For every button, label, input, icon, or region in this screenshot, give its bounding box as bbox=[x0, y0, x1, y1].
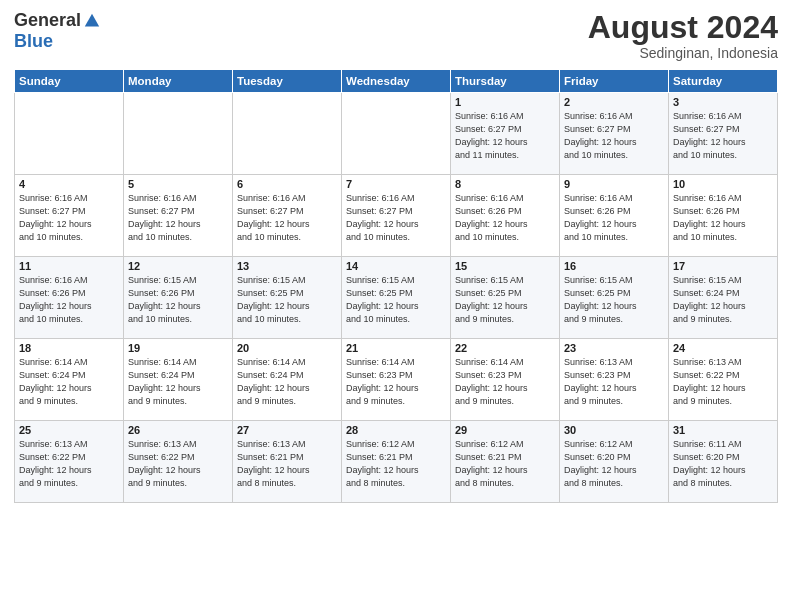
calendar-cell-w2-d4: 7Sunrise: 6:16 AM Sunset: 6:27 PM Daylig… bbox=[342, 175, 451, 257]
day-number: 20 bbox=[237, 342, 337, 354]
col-friday: Friday bbox=[560, 70, 669, 93]
day-number: 13 bbox=[237, 260, 337, 272]
calendar-cell-w4-d6: 23Sunrise: 6:13 AM Sunset: 6:23 PM Dayli… bbox=[560, 339, 669, 421]
day-number: 5 bbox=[128, 178, 228, 190]
day-number: 6 bbox=[237, 178, 337, 190]
calendar-cell-w2-d5: 8Sunrise: 6:16 AM Sunset: 6:26 PM Daylig… bbox=[451, 175, 560, 257]
col-sunday: Sunday bbox=[15, 70, 124, 93]
week-row-2: 4Sunrise: 6:16 AM Sunset: 6:27 PM Daylig… bbox=[15, 175, 778, 257]
day-number: 14 bbox=[346, 260, 446, 272]
day-info: Sunrise: 6:16 AM Sunset: 6:27 PM Dayligh… bbox=[19, 192, 119, 244]
calendar-cell-w2-d6: 9Sunrise: 6:16 AM Sunset: 6:26 PM Daylig… bbox=[560, 175, 669, 257]
col-monday: Monday bbox=[124, 70, 233, 93]
day-info: Sunrise: 6:11 AM Sunset: 6:20 PM Dayligh… bbox=[673, 438, 773, 490]
day-info: Sunrise: 6:12 AM Sunset: 6:21 PM Dayligh… bbox=[455, 438, 555, 490]
day-number: 8 bbox=[455, 178, 555, 190]
calendar-cell-w1-d5: 1Sunrise: 6:16 AM Sunset: 6:27 PM Daylig… bbox=[451, 93, 560, 175]
calendar-cell-w4-d3: 20Sunrise: 6:14 AM Sunset: 6:24 PM Dayli… bbox=[233, 339, 342, 421]
calendar-cell-w3-d2: 12Sunrise: 6:15 AM Sunset: 6:26 PM Dayli… bbox=[124, 257, 233, 339]
location: Sedinginan, Indonesia bbox=[588, 45, 778, 61]
calendar-cell-w5-d2: 26Sunrise: 6:13 AM Sunset: 6:22 PM Dayli… bbox=[124, 421, 233, 503]
day-number: 12 bbox=[128, 260, 228, 272]
logo-general-text: General bbox=[14, 10, 81, 31]
day-number: 9 bbox=[564, 178, 664, 190]
calendar-cell-w1-d3 bbox=[233, 93, 342, 175]
calendar-cell-w4-d4: 21Sunrise: 6:14 AM Sunset: 6:23 PM Dayli… bbox=[342, 339, 451, 421]
day-number: 22 bbox=[455, 342, 555, 354]
day-info: Sunrise: 6:15 AM Sunset: 6:25 PM Dayligh… bbox=[564, 274, 664, 326]
calendar-cell-w3-d4: 14Sunrise: 6:15 AM Sunset: 6:25 PM Dayli… bbox=[342, 257, 451, 339]
day-number: 3 bbox=[673, 96, 773, 108]
calendar-cell-w4-d1: 18Sunrise: 6:14 AM Sunset: 6:24 PM Dayli… bbox=[15, 339, 124, 421]
logo: General Blue bbox=[14, 10, 101, 52]
day-number: 31 bbox=[673, 424, 773, 436]
day-info: Sunrise: 6:12 AM Sunset: 6:20 PM Dayligh… bbox=[564, 438, 664, 490]
day-number: 23 bbox=[564, 342, 664, 354]
day-info: Sunrise: 6:14 AM Sunset: 6:24 PM Dayligh… bbox=[19, 356, 119, 408]
day-number: 10 bbox=[673, 178, 773, 190]
day-info: Sunrise: 6:16 AM Sunset: 6:27 PM Dayligh… bbox=[673, 110, 773, 162]
day-info: Sunrise: 6:15 AM Sunset: 6:25 PM Dayligh… bbox=[455, 274, 555, 326]
day-number: 24 bbox=[673, 342, 773, 354]
day-number: 25 bbox=[19, 424, 119, 436]
day-info: Sunrise: 6:16 AM Sunset: 6:27 PM Dayligh… bbox=[346, 192, 446, 244]
calendar-cell-w1-d2 bbox=[124, 93, 233, 175]
day-number: 30 bbox=[564, 424, 664, 436]
calendar-cell-w5-d7: 31Sunrise: 6:11 AM Sunset: 6:20 PM Dayli… bbox=[669, 421, 778, 503]
week-row-5: 25Sunrise: 6:13 AM Sunset: 6:22 PM Dayli… bbox=[15, 421, 778, 503]
day-info: Sunrise: 6:16 AM Sunset: 6:26 PM Dayligh… bbox=[673, 192, 773, 244]
calendar-cell-w3-d6: 16Sunrise: 6:15 AM Sunset: 6:25 PM Dayli… bbox=[560, 257, 669, 339]
calendar-cell-w3-d5: 15Sunrise: 6:15 AM Sunset: 6:25 PM Dayli… bbox=[451, 257, 560, 339]
day-info: Sunrise: 6:14 AM Sunset: 6:23 PM Dayligh… bbox=[346, 356, 446, 408]
calendar-cell-w1-d4 bbox=[342, 93, 451, 175]
day-info: Sunrise: 6:16 AM Sunset: 6:27 PM Dayligh… bbox=[455, 110, 555, 162]
calendar-cell-w2-d1: 4Sunrise: 6:16 AM Sunset: 6:27 PM Daylig… bbox=[15, 175, 124, 257]
col-saturday: Saturday bbox=[669, 70, 778, 93]
day-info: Sunrise: 6:13 AM Sunset: 6:22 PM Dayligh… bbox=[128, 438, 228, 490]
day-number: 18 bbox=[19, 342, 119, 354]
day-info: Sunrise: 6:16 AM Sunset: 6:26 PM Dayligh… bbox=[455, 192, 555, 244]
calendar-table: Sunday Monday Tuesday Wednesday Thursday… bbox=[14, 69, 778, 503]
col-tuesday: Tuesday bbox=[233, 70, 342, 93]
calendar-cell-w1-d6: 2Sunrise: 6:16 AM Sunset: 6:27 PM Daylig… bbox=[560, 93, 669, 175]
day-number: 15 bbox=[455, 260, 555, 272]
month-year: August 2024 bbox=[588, 10, 778, 45]
calendar-cell-w2-d3: 6Sunrise: 6:16 AM Sunset: 6:27 PM Daylig… bbox=[233, 175, 342, 257]
col-wednesday: Wednesday bbox=[342, 70, 451, 93]
calendar-cell-w4-d5: 22Sunrise: 6:14 AM Sunset: 6:23 PM Dayli… bbox=[451, 339, 560, 421]
calendar-cell-w4-d2: 19Sunrise: 6:14 AM Sunset: 6:24 PM Dayli… bbox=[124, 339, 233, 421]
day-info: Sunrise: 6:16 AM Sunset: 6:27 PM Dayligh… bbox=[237, 192, 337, 244]
logo-blue-text: Blue bbox=[14, 31, 53, 52]
day-number: 26 bbox=[128, 424, 228, 436]
day-info: Sunrise: 6:15 AM Sunset: 6:25 PM Dayligh… bbox=[237, 274, 337, 326]
day-number: 4 bbox=[19, 178, 119, 190]
calendar-cell-w4-d7: 24Sunrise: 6:13 AM Sunset: 6:22 PM Dayli… bbox=[669, 339, 778, 421]
day-info: Sunrise: 6:16 AM Sunset: 6:27 PM Dayligh… bbox=[564, 110, 664, 162]
col-thursday: Thursday bbox=[451, 70, 560, 93]
logo-icon bbox=[83, 12, 101, 30]
calendar-cell-w5-d4: 28Sunrise: 6:12 AM Sunset: 6:21 PM Dayli… bbox=[342, 421, 451, 503]
day-number: 16 bbox=[564, 260, 664, 272]
day-number: 27 bbox=[237, 424, 337, 436]
day-info: Sunrise: 6:16 AM Sunset: 6:26 PM Dayligh… bbox=[564, 192, 664, 244]
day-number: 7 bbox=[346, 178, 446, 190]
calendar-cell-w2-d7: 10Sunrise: 6:16 AM Sunset: 6:26 PM Dayli… bbox=[669, 175, 778, 257]
day-number: 21 bbox=[346, 342, 446, 354]
header: General Blue August 2024 Sedinginan, Ind… bbox=[14, 10, 778, 61]
week-row-3: 11Sunrise: 6:16 AM Sunset: 6:26 PM Dayli… bbox=[15, 257, 778, 339]
calendar-cell-w3-d3: 13Sunrise: 6:15 AM Sunset: 6:25 PM Dayli… bbox=[233, 257, 342, 339]
day-info: Sunrise: 6:16 AM Sunset: 6:27 PM Dayligh… bbox=[128, 192, 228, 244]
day-info: Sunrise: 6:14 AM Sunset: 6:24 PM Dayligh… bbox=[128, 356, 228, 408]
day-info: Sunrise: 6:16 AM Sunset: 6:26 PM Dayligh… bbox=[19, 274, 119, 326]
week-row-1: 1Sunrise: 6:16 AM Sunset: 6:27 PM Daylig… bbox=[15, 93, 778, 175]
day-number: 1 bbox=[455, 96, 555, 108]
calendar-cell-w5-d6: 30Sunrise: 6:12 AM Sunset: 6:20 PM Dayli… bbox=[560, 421, 669, 503]
calendar-cell-w5-d3: 27Sunrise: 6:13 AM Sunset: 6:21 PM Dayli… bbox=[233, 421, 342, 503]
day-number: 11 bbox=[19, 260, 119, 272]
day-info: Sunrise: 6:13 AM Sunset: 6:22 PM Dayligh… bbox=[673, 356, 773, 408]
title-area: August 2024 Sedinginan, Indonesia bbox=[588, 10, 778, 61]
calendar-cell-w2-d2: 5Sunrise: 6:16 AM Sunset: 6:27 PM Daylig… bbox=[124, 175, 233, 257]
day-number: 28 bbox=[346, 424, 446, 436]
day-info: Sunrise: 6:15 AM Sunset: 6:26 PM Dayligh… bbox=[128, 274, 228, 326]
day-number: 29 bbox=[455, 424, 555, 436]
